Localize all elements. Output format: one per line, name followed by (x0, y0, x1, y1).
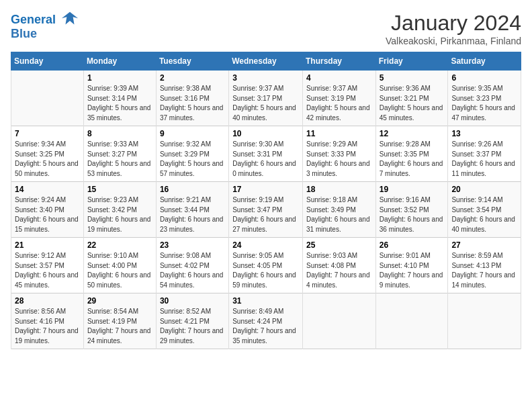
day-number: 18 (306, 185, 372, 194)
day-number: 16 (160, 185, 225, 194)
day-number: 8 (87, 129, 152, 138)
calendar-cell (302, 293, 375, 349)
month-title: January 2024 (386, 11, 521, 36)
day-number: 19 (380, 185, 445, 194)
calendar-cell: 14 Sunrise: 9:24 AMSunset: 3:40 PMDaylig… (11, 182, 84, 238)
day-info: Sunrise: 9:18 AMSunset: 3:49 PMDaylight:… (306, 195, 372, 234)
day-info: Sunrise: 9:39 AMSunset: 3:14 PMDaylight:… (87, 84, 152, 123)
day-info: Sunrise: 9:12 AMSunset: 3:57 PMDaylight:… (15, 251, 80, 290)
day-number: 29 (87, 296, 152, 306)
calendar-cell: 3 Sunrise: 9:37 AMSunset: 3:17 PMDayligh… (229, 71, 303, 126)
day-info: Sunrise: 9:01 AMSunset: 4:10 PMDaylight:… (380, 251, 445, 290)
calendar-week-row: 14 Sunrise: 9:24 AMSunset: 3:40 PMDaylig… (11, 182, 521, 238)
calendar-week-row: 7 Sunrise: 9:34 AMSunset: 3:25 PMDayligh… (11, 126, 521, 182)
day-info: Sunrise: 8:56 AMSunset: 4:16 PMDaylight:… (15, 307, 80, 346)
day-info: Sunrise: 8:59 AMSunset: 4:13 PMDaylight:… (451, 251, 517, 290)
calendar-cell: 10 Sunrise: 9:30 AMSunset: 3:31 PMDaylig… (229, 126, 303, 182)
day-number: 1 (87, 73, 152, 83)
calendar-cell: 7 Sunrise: 9:34 AMSunset: 3:25 PMDayligh… (11, 126, 84, 182)
day-number: 27 (451, 240, 517, 250)
day-info: Sunrise: 9:10 AMSunset: 4:00 PMDaylight:… (87, 251, 152, 290)
day-info: Sunrise: 9:21 AMSunset: 3:44 PMDaylight:… (160, 195, 225, 234)
calendar-cell: 13 Sunrise: 9:26 AMSunset: 3:37 PMDaylig… (448, 126, 521, 182)
day-number: 11 (306, 129, 372, 138)
day-number: 20 (451, 185, 517, 194)
day-info: Sunrise: 9:32 AMSunset: 3:29 PMDaylight:… (160, 140, 225, 179)
day-info: Sunrise: 9:37 AMSunset: 3:19 PMDaylight:… (306, 84, 372, 123)
calendar-cell: 12 Sunrise: 9:28 AMSunset: 3:35 PMDaylig… (375, 126, 448, 182)
calendar-cell (448, 293, 521, 349)
calendar-week-row: 21 Sunrise: 9:12 AMSunset: 3:57 PMDaylig… (11, 238, 521, 293)
calendar-cell: 23 Sunrise: 9:08 AMSunset: 4:02 PMDaylig… (156, 238, 228, 293)
calendar-header-row: Sunday Monday Tuesday Wednesday Thursday… (11, 52, 521, 71)
page-header: General Blue January 2024 Valkeakoski, P… (11, 11, 521, 46)
col-saturday: Saturday (448, 52, 521, 71)
day-number: 28 (15, 296, 80, 306)
day-info: Sunrise: 9:38 AMSunset: 3:16 PMDaylight:… (160, 84, 225, 123)
day-number: 13 (451, 129, 517, 138)
calendar-cell: 16 Sunrise: 9:21 AMSunset: 3:44 PMDaylig… (156, 182, 228, 238)
calendar-cell: 31 Sunrise: 8:49 AMSunset: 4:24 PMDaylig… (229, 293, 303, 349)
day-info: Sunrise: 9:35 AMSunset: 3:23 PMDaylight:… (451, 84, 517, 123)
day-info: Sunrise: 8:49 AMSunset: 4:24 PMDaylight:… (232, 307, 299, 346)
day-number: 17 (232, 185, 299, 194)
col-wednesday: Wednesday (229, 52, 303, 71)
calendar-cell: 5 Sunrise: 9:36 AMSunset: 3:21 PMDayligh… (375, 71, 448, 126)
day-number: 22 (87, 240, 152, 250)
day-info: Sunrise: 8:52 AMSunset: 4:21 PMDaylight:… (160, 307, 225, 346)
day-info: Sunrise: 9:08 AMSunset: 4:02 PMDaylight:… (160, 251, 225, 290)
calendar-cell: 21 Sunrise: 9:12 AMSunset: 3:57 PMDaylig… (11, 238, 84, 293)
calendar-week-row: 1 Sunrise: 9:39 AMSunset: 3:14 PMDayligh… (11, 71, 521, 126)
col-monday: Monday (83, 52, 156, 71)
calendar-cell: 24 Sunrise: 9:05 AMSunset: 4:05 PMDaylig… (229, 238, 303, 293)
title-block: January 2024 Valkeakoski, Pirkanmaa, Fin… (386, 11, 521, 46)
calendar-cell: 18 Sunrise: 9:18 AMSunset: 3:49 PMDaylig… (302, 182, 375, 238)
day-number: 6 (451, 73, 517, 83)
day-number: 14 (15, 185, 80, 194)
day-info: Sunrise: 9:24 AMSunset: 3:40 PMDaylight:… (15, 195, 80, 234)
day-number: 4 (306, 73, 372, 83)
day-info: Sunrise: 9:37 AMSunset: 3:17 PMDaylight:… (232, 84, 299, 123)
day-info: Sunrise: 9:14 AMSunset: 3:54 PMDaylight:… (451, 195, 517, 234)
day-info: Sunrise: 9:19 AMSunset: 3:47 PMDaylight:… (232, 195, 299, 234)
day-info: Sunrise: 9:26 AMSunset: 3:37 PMDaylight:… (451, 140, 517, 179)
day-number: 12 (380, 129, 445, 138)
calendar-cell: 9 Sunrise: 9:32 AMSunset: 3:29 PMDayligh… (156, 126, 228, 182)
calendar-table: Sunday Monday Tuesday Wednesday Thursday… (11, 52, 521, 349)
day-info: Sunrise: 9:34 AMSunset: 3:25 PMDaylight:… (15, 140, 80, 179)
calendar-cell: 27 Sunrise: 8:59 AMSunset: 4:13 PMDaylig… (448, 238, 521, 293)
calendar-cell (11, 71, 84, 126)
day-info: Sunrise: 9:16 AMSunset: 3:52 PMDaylight:… (380, 195, 445, 234)
day-number: 3 (232, 73, 299, 83)
day-info: Sunrise: 9:29 AMSunset: 3:33 PMDaylight:… (306, 140, 372, 179)
day-number: 21 (15, 240, 80, 250)
day-info: Sunrise: 9:05 AMSunset: 4:05 PMDaylight:… (232, 251, 299, 290)
calendar-cell: 11 Sunrise: 9:29 AMSunset: 3:33 PMDaylig… (302, 126, 375, 182)
calendar-cell: 30 Sunrise: 8:52 AMSunset: 4:21 PMDaylig… (156, 293, 228, 349)
day-info: Sunrise: 9:03 AMSunset: 4:08 PMDaylight:… (306, 251, 372, 290)
day-info: Sunrise: 9:30 AMSunset: 3:31 PMDaylight:… (232, 140, 299, 179)
calendar-cell: 26 Sunrise: 9:01 AMSunset: 4:10 PMDaylig… (375, 238, 448, 293)
day-number: 5 (380, 73, 445, 83)
day-number: 31 (232, 296, 299, 306)
day-number: 26 (380, 240, 445, 250)
calendar-cell: 4 Sunrise: 9:37 AMSunset: 3:19 PMDayligh… (302, 71, 375, 126)
day-info: Sunrise: 9:33 AMSunset: 3:27 PMDaylight:… (87, 140, 152, 179)
day-info: Sunrise: 9:36 AMSunset: 3:21 PMDaylight:… (380, 84, 445, 123)
day-info: Sunrise: 8:54 AMSunset: 4:19 PMDaylight:… (87, 307, 152, 346)
calendar-cell: 19 Sunrise: 9:16 AMSunset: 3:52 PMDaylig… (375, 182, 448, 238)
calendar-cell (375, 293, 448, 349)
calendar-cell: 8 Sunrise: 9:33 AMSunset: 3:27 PMDayligh… (83, 126, 156, 182)
logo: General Blue (11, 11, 79, 41)
calendar-cell: 20 Sunrise: 9:14 AMSunset: 3:54 PMDaylig… (448, 182, 521, 238)
calendar-cell: 22 Sunrise: 9:10 AMSunset: 4:00 PMDaylig… (83, 238, 156, 293)
day-number: 2 (160, 73, 225, 83)
svg-marker-0 (62, 12, 78, 25)
calendar-cell: 15 Sunrise: 9:23 AMSunset: 3:42 PMDaylig… (83, 182, 156, 238)
calendar-cell: 1 Sunrise: 9:39 AMSunset: 3:14 PMDayligh… (83, 71, 156, 126)
day-number: 9 (160, 129, 225, 138)
calendar-cell: 6 Sunrise: 9:35 AMSunset: 3:23 PMDayligh… (448, 71, 521, 126)
day-info: Sunrise: 9:28 AMSunset: 3:35 PMDaylight:… (380, 140, 445, 179)
day-number: 7 (15, 129, 80, 138)
day-number: 10 (232, 129, 299, 138)
